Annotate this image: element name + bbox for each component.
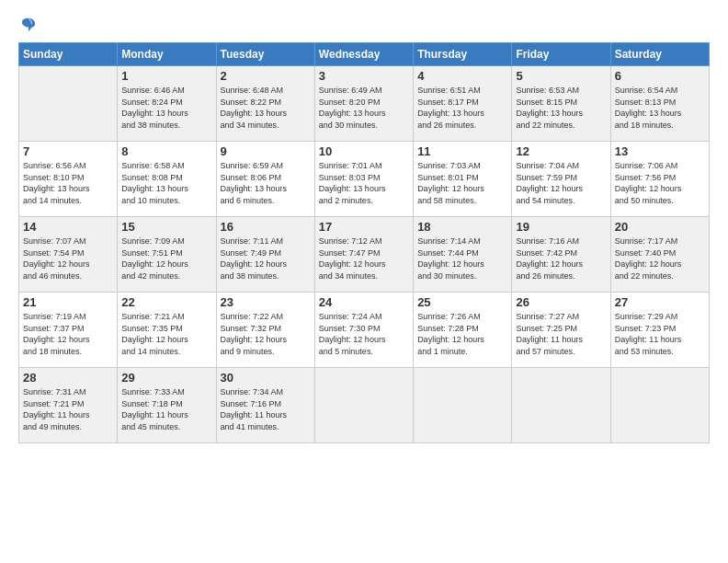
day-number: 19 [516,220,606,234]
day-number: 24 [319,295,409,309]
table-cell: 30Sunrise: 7:34 AMSunset: 7:16 PMDayligh… [216,368,314,443]
col-saturday: Saturday [610,43,709,66]
table-cell: 6Sunrise: 6:54 AMSunset: 8:13 PMDaylight… [610,66,709,142]
day-info: Sunrise: 7:17 AMSunset: 7:40 PMDaylight:… [615,236,705,282]
day-info: Sunrise: 7:12 AMSunset: 7:47 PMDaylight:… [319,236,409,282]
day-number: 7 [23,144,113,158]
calendar-header-row: Sunday Monday Tuesday Wednesday Thursday… [19,43,710,66]
table-cell: 15Sunrise: 7:09 AMSunset: 7:51 PMDayligh… [118,217,216,293]
col-tuesday: Tuesday [216,43,314,66]
day-number: 26 [516,295,606,309]
col-thursday: Thursday [414,43,512,66]
day-info: Sunrise: 7:14 AMSunset: 7:44 PMDaylight:… [417,236,507,282]
day-number: 1 [121,69,211,83]
table-cell: 13Sunrise: 7:06 AMSunset: 7:56 PMDayligh… [610,142,709,217]
day-number: 5 [516,69,606,83]
day-info: Sunrise: 7:01 AMSunset: 8:03 PMDaylight:… [319,160,409,206]
table-cell: 23Sunrise: 7:22 AMSunset: 7:32 PMDayligh… [216,293,314,368]
day-info: Sunrise: 7:03 AMSunset: 8:01 PMDaylight:… [417,160,507,206]
day-info: Sunrise: 6:58 AMSunset: 8:08 PMDaylight:… [121,160,211,206]
day-info: Sunrise: 7:19 AMSunset: 7:37 PMDaylight:… [23,311,113,357]
week-row-4: 21Sunrise: 7:19 AMSunset: 7:37 PMDayligh… [19,293,710,368]
table-cell: 22Sunrise: 7:21 AMSunset: 7:35 PMDayligh… [118,293,216,368]
col-wednesday: Wednesday [314,43,413,66]
day-number: 22 [121,295,211,309]
col-sunday: Sunday [19,43,118,66]
logo [18,17,37,33]
week-row-1: 1Sunrise: 6:46 AMSunset: 8:24 PMDaylight… [19,66,710,142]
day-info: Sunrise: 6:59 AMSunset: 8:06 PMDaylight:… [221,160,311,206]
day-info: Sunrise: 7:09 AMSunset: 7:51 PMDaylight:… [121,236,211,282]
day-number: 3 [319,69,409,83]
day-number: 10 [319,144,409,158]
table-cell [19,66,118,142]
day-number: 15 [121,220,211,234]
table-cell: 21Sunrise: 7:19 AMSunset: 7:37 PMDayligh… [19,293,118,368]
day-number: 27 [615,295,705,309]
day-number: 29 [121,371,211,385]
day-number: 23 [221,295,311,309]
logo-bird-icon [20,17,37,33]
day-info: Sunrise: 7:06 AMSunset: 7:56 PMDaylight:… [615,160,705,206]
table-cell: 2Sunrise: 6:48 AMSunset: 8:22 PMDaylight… [216,66,314,142]
day-number: 18 [417,220,507,234]
day-info: Sunrise: 6:46 AMSunset: 8:24 PMDaylight:… [121,85,211,131]
day-number: 30 [221,371,311,385]
col-monday: Monday [118,43,216,66]
day-info: Sunrise: 7:04 AMSunset: 7:59 PMDaylight:… [516,160,606,206]
day-info: Sunrise: 6:49 AMSunset: 8:20 PMDaylight:… [319,85,409,131]
table-cell: 29Sunrise: 7:33 AMSunset: 7:18 PMDayligh… [118,368,216,443]
table-cell: 17Sunrise: 7:12 AMSunset: 7:47 PMDayligh… [314,217,413,293]
day-info: Sunrise: 7:31 AMSunset: 7:21 PMDaylight:… [23,386,113,432]
day-info: Sunrise: 6:54 AMSunset: 8:13 PMDaylight:… [615,85,705,131]
col-friday: Friday [512,43,610,66]
day-number: 6 [615,69,705,83]
table-cell: 19Sunrise: 7:16 AMSunset: 7:42 PMDayligh… [512,217,610,293]
day-number: 25 [417,295,507,309]
table-cell: 28Sunrise: 7:31 AMSunset: 7:21 PMDayligh… [19,368,118,443]
day-info: Sunrise: 7:34 AMSunset: 7:16 PMDaylight:… [221,386,311,432]
day-info: Sunrise: 7:29 AMSunset: 7:23 PMDaylight:… [615,311,705,357]
table-cell: 16Sunrise: 7:11 AMSunset: 7:49 PMDayligh… [216,217,314,293]
day-info: Sunrise: 7:21 AMSunset: 7:35 PMDaylight:… [121,311,211,357]
header [18,17,710,33]
day-info: Sunrise: 7:07 AMSunset: 7:54 PMDaylight:… [23,236,113,282]
table-cell [512,368,610,443]
table-cell: 7Sunrise: 6:56 AMSunset: 8:10 PMDaylight… [19,142,118,217]
table-cell: 4Sunrise: 6:51 AMSunset: 8:17 PMDaylight… [414,66,512,142]
day-number: 16 [221,220,311,234]
day-info: Sunrise: 6:53 AMSunset: 8:15 PMDaylight:… [516,85,606,131]
day-number: 11 [417,144,507,158]
table-cell: 8Sunrise: 6:58 AMSunset: 8:08 PMDaylight… [118,142,216,217]
table-cell: 5Sunrise: 6:53 AMSunset: 8:15 PMDaylight… [512,66,610,142]
table-cell [314,368,413,443]
table-cell: 9Sunrise: 6:59 AMSunset: 8:06 PMDaylight… [216,142,314,217]
table-cell: 10Sunrise: 7:01 AMSunset: 8:03 PMDayligh… [314,142,413,217]
week-row-5: 28Sunrise: 7:31 AMSunset: 7:21 PMDayligh… [19,368,710,443]
table-cell [414,368,512,443]
table-cell [610,368,709,443]
day-info: Sunrise: 6:48 AMSunset: 8:22 PMDaylight:… [221,85,311,131]
day-number: 2 [221,69,311,83]
calendar-table: Sunday Monday Tuesday Wednesday Thursday… [18,42,710,443]
day-info: Sunrise: 7:22 AMSunset: 7:32 PMDaylight:… [221,311,311,357]
table-cell: 25Sunrise: 7:26 AMSunset: 7:28 PMDayligh… [414,293,512,368]
week-row-3: 14Sunrise: 7:07 AMSunset: 7:54 PMDayligh… [19,217,710,293]
table-cell: 24Sunrise: 7:24 AMSunset: 7:30 PMDayligh… [314,293,413,368]
table-cell: 18Sunrise: 7:14 AMSunset: 7:44 PMDayligh… [414,217,512,293]
day-info: Sunrise: 7:11 AMSunset: 7:49 PMDaylight:… [221,236,311,282]
page: Sunday Monday Tuesday Wednesday Thursday… [0,0,728,563]
day-info: Sunrise: 7:27 AMSunset: 7:25 PMDaylight:… [516,311,606,357]
day-number: 20 [615,220,705,234]
day-info: Sunrise: 6:51 AMSunset: 8:17 PMDaylight:… [417,85,507,131]
table-cell: 27Sunrise: 7:29 AMSunset: 7:23 PMDayligh… [610,293,709,368]
day-number: 21 [23,295,113,309]
table-cell: 3Sunrise: 6:49 AMSunset: 8:20 PMDaylight… [314,66,413,142]
day-number: 12 [516,144,606,158]
day-info: Sunrise: 6:56 AMSunset: 8:10 PMDaylight:… [23,160,113,206]
table-cell: 11Sunrise: 7:03 AMSunset: 8:01 PMDayligh… [414,142,512,217]
day-number: 4 [417,69,507,83]
day-number: 9 [221,144,311,158]
day-number: 17 [319,220,409,234]
day-info: Sunrise: 7:33 AMSunset: 7:18 PMDaylight:… [121,386,211,432]
